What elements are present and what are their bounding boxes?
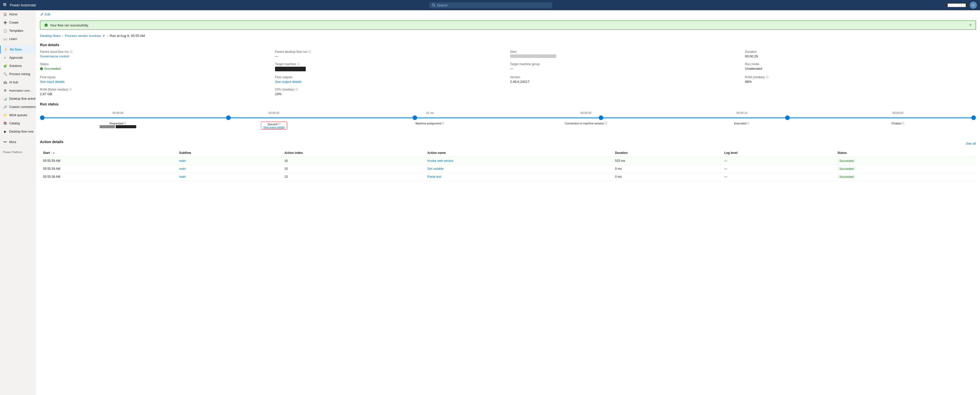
label-ram-bytes-median: RAM (Bytes median) ⓘ — [40, 88, 271, 91]
duration-finalize: 00:00:03 — [820, 111, 976, 114]
info-icon-parent-desktop[interactable]: ⓘ — [308, 50, 311, 54]
info-requested[interactable]: ⓘ — [124, 122, 126, 125]
subflow-link[interactable]: main — [179, 159, 186, 163]
view-queue-details-link[interactable]: View queue details — [263, 126, 285, 129]
see-input-details-link[interactable]: See input details — [40, 80, 65, 84]
edit-button[interactable]: Edit — [40, 12, 50, 16]
cell-start: 05:55:39 AM — [40, 165, 176, 173]
see-output-details-link[interactable]: See output details — [275, 80, 302, 84]
search-box[interactable] — [430, 2, 552, 8]
cell-start: 05:55:38 AM — [40, 173, 176, 181]
queue-icon: 📁 — [3, 113, 7, 117]
sidebar-item-home[interactable]: 🏠 Home — [0, 10, 36, 18]
info-icon-ram-bytes[interactable]: ⓘ — [69, 88, 72, 91]
line-2 — [231, 117, 412, 118]
field-target-machine: Target machine ⓘ — [275, 62, 506, 71]
duration-execution: 00:00:14 — [664, 111, 820, 114]
value-flow-inputs: See input details — [40, 80, 271, 84]
action-name-link[interactable]: Set variable — [427, 167, 444, 171]
queued-box: Queued ⓘ View queue details — [261, 122, 287, 130]
automation-icon: ⚙ — [3, 88, 7, 93]
label-parent-desktop-flow-run: Parent desktop flow run ⓘ — [275, 50, 506, 54]
sidebar-footer[interactable]: Power Platform — [0, 149, 36, 156]
cell-action-index: 16 — [281, 157, 424, 165]
cell-action-index: 13 — [281, 173, 424, 181]
waffle-icon[interactable] — [3, 3, 8, 8]
avatar[interactable]: U — [970, 2, 977, 9]
action-details-table: Start ↓ ∨ Subflow Action index Action na… — [40, 149, 976, 181]
step-label-requested: Requested ⓘ — [40, 122, 196, 130]
sidebar-item-ai-hub[interactable]: 🤖 AI hub — [0, 78, 36, 86]
info-icon-cpu-median[interactable]: ⓘ — [296, 88, 298, 91]
see-all-link[interactable]: See all — [966, 142, 976, 146]
sort-icon[interactable]: ↓ ∨ — [51, 152, 55, 154]
sidebar-label-custom-connectors: Custom connectors — [9, 105, 36, 109]
info-connection[interactable]: ⓘ — [605, 122, 607, 125]
sidebar-item-more[interactable]: ••• More — [0, 138, 36, 146]
edit-label: Edit — [45, 12, 50, 16]
label-duration: Duration — [745, 50, 976, 54]
sidebar-item-work-queues[interactable]: 📁 Work queues — [0, 111, 36, 119]
label-cpu-median: CPU (median) ⓘ — [275, 88, 506, 91]
table-row: 05:55:39 AM main 16 Invoke web service 5… — [40, 157, 976, 165]
sidebar-label-catalog: Catalog — [9, 122, 20, 125]
info-icon-target-machine[interactable]: ⓘ — [297, 62, 300, 66]
info-machine-assignment[interactable]: ⓘ — [442, 122, 444, 125]
home-icon: 🏠 — [3, 12, 7, 16]
col-duration: Duration — [612, 149, 721, 157]
sidebar-item-catalog[interactable]: 📚 Catalog — [0, 119, 36, 128]
sidebar-item-learn[interactable]: 📖 Learn — [0, 35, 36, 43]
value-ram-median: 68% — [745, 80, 976, 84]
governance-control-link[interactable]: Governance control — [40, 54, 69, 58]
sidebar-item-approvals[interactable]: ✓ Approvals — [0, 54, 36, 62]
sidebar-item-desktop-flow-runs[interactable]: ▶ Desktop flow runs — [0, 128, 36, 136]
cell-start: 05:55:39 AM — [40, 157, 176, 165]
subflow-link[interactable]: main — [179, 175, 186, 179]
value-parent-cloud-flow-run: Governance control — [40, 54, 271, 58]
sidebar-item-custom-connectors[interactable]: 🔗 Custom connectors — [0, 103, 36, 111]
table-header: Start ↓ ∨ Subflow Action index Action na… — [40, 149, 976, 157]
sidebar-item-create[interactable]: ➕ Create — [0, 18, 36, 27]
search-input[interactable] — [437, 3, 550, 7]
sidebar-item-my-flows[interactable]: ⚡ My flows — [0, 45, 36, 54]
sidebar-item-process-mining[interactable]: 🔍 Process mining — [0, 70, 36, 78]
sidebar-label-ai-hub: AI hub — [9, 80, 18, 84]
close-banner-button[interactable]: × — [969, 23, 972, 27]
label-flow-outputs: Flow outputs — [275, 75, 506, 79]
info-icon-ram-median[interactable]: ⓘ — [766, 75, 768, 79]
info-icon-parent-cloud[interactable]: ⓘ — [70, 50, 72, 54]
check-icon: ✓ — [3, 56, 7, 60]
sidebar-label-create: Create — [9, 21, 18, 24]
requested-value — [116, 125, 136, 128]
value-ram-bytes-median: 2.87 GB — [40, 92, 271, 96]
action-name-link[interactable]: Invoke web service — [427, 159, 453, 163]
duration-requested: 00:00:04 — [40, 111, 196, 114]
step-label-queued: Queued ⓘ View queue details — [196, 122, 352, 130]
duration-queued: 00:00:02 — [196, 111, 352, 114]
requested-avatar — [100, 125, 115, 128]
sidebar-item-templates[interactable]: 📋 Templates — [0, 27, 36, 35]
info-execution[interactable]: ⓘ — [747, 122, 749, 125]
cell-subflow: main — [176, 157, 281, 165]
value-version: 2.48.6.24217 — [510, 80, 741, 84]
share-icon — [102, 34, 105, 37]
cell-subflow: main — [176, 173, 281, 181]
action-details-title: Action details — [40, 140, 64, 144]
field-status: Status Succeeded — [40, 62, 271, 71]
col-action-index: Action index — [281, 149, 424, 157]
connector-icon: 🔗 — [3, 105, 7, 109]
avatar-initials: U — [972, 3, 974, 7]
action-name-link[interactable]: Parse text — [427, 175, 441, 179]
breadcrumb-sep-1: › — [62, 34, 63, 38]
subflow-link[interactable]: main — [179, 167, 186, 171]
sidebar-item-automation-center[interactable]: ⚙ Automation center (previe... — [0, 86, 36, 94]
info-queued[interactable]: ⓘ — [278, 122, 280, 126]
info-finalize[interactable]: ⓘ — [902, 122, 904, 125]
node-machine-assignment — [412, 115, 417, 120]
toolbar: Edit — [36, 10, 980, 18]
sidebar-item-desktop-flow-activity[interactable]: 📊 Desktop flow activity — [0, 94, 36, 103]
sidebar-item-solutions[interactable]: 🧩 Solutions — [0, 62, 36, 70]
value-start — [510, 54, 556, 58]
breadcrumb-desktop-flows[interactable]: Desktop flows — [40, 34, 61, 38]
breadcrumb-process-vendor-invoices[interactable]: Process vendor invoices — [65, 34, 101, 38]
